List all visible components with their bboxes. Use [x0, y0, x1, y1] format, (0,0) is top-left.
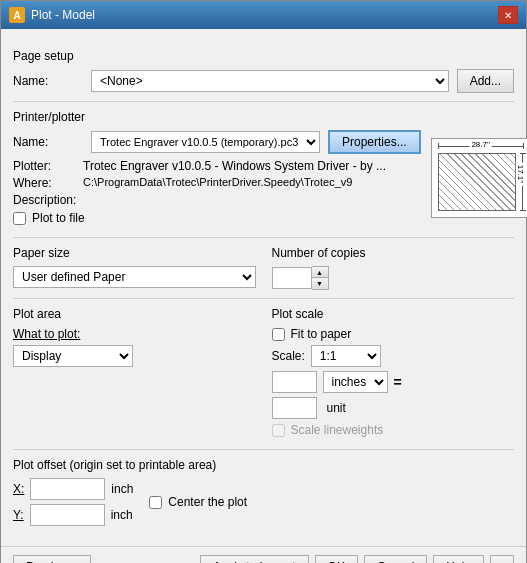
hatch-area: [438, 153, 516, 211]
close-button[interactable]: ✕: [498, 6, 518, 24]
fit-to-paper-row: Fit to paper: [272, 327, 515, 341]
paper-size-label: Paper size: [13, 246, 256, 260]
offset-xy: X: 0.000000 inch Y: 0.000000 inch: [13, 478, 133, 526]
paper-preview-container: 28.7'' 17.1'': [431, 134, 527, 218]
center-plot-row: Center the plot: [149, 495, 247, 509]
title-bar-left: A Plot - Model: [9, 7, 95, 23]
main-window: A Plot - Model ✕ Page setup Name: <None>…: [0, 0, 527, 563]
page-setup-label: Page setup: [13, 49, 514, 63]
scale-value1-input[interactable]: 1: [272, 371, 317, 393]
plot-scale-label: Plot scale: [272, 307, 515, 321]
paper-size-select[interactable]: User defined Paper: [13, 266, 256, 288]
plot-area-label: Plot area: [13, 307, 256, 321]
plot-to-file-label: Plot to file: [32, 211, 85, 225]
scale-values-row: 1 inches mm =: [272, 371, 515, 393]
page-setup-name-row: Name: <None> Add...: [13, 69, 514, 93]
dim-h-label: 28.7'': [469, 140, 492, 149]
plot-offset-section: Plot offset (origin set to printable are…: [13, 458, 514, 526]
x-label: X:: [13, 482, 24, 496]
plot-offset-row: X: 0.000000 inch Y: 0.000000 inch Center…: [13, 478, 514, 526]
description-row: Description:: [13, 193, 421, 207]
paper-hatch: [438, 153, 516, 211]
paper-copies-row: Paper size User defined Paper Number of …: [13, 246, 514, 290]
y-label: Y:: [13, 508, 24, 522]
fit-to-paper-label: Fit to paper: [291, 327, 352, 341]
scale-select[interactable]: 1:1: [311, 345, 381, 367]
page-setup-name-select[interactable]: <None>: [91, 70, 449, 92]
paper-preview: 28.7'' 17.1'': [431, 138, 527, 218]
printer-section: Name: Trotec Engraver v10.0.5 (temporary…: [13, 130, 514, 229]
plot-to-file-row: Plot to file: [13, 211, 421, 225]
printer-name-row: Name: Trotec Engraver v10.0.5 (temporary…: [13, 130, 421, 154]
scale-label: Scale:: [272, 349, 305, 363]
copies-spin-up[interactable]: ▲: [312, 267, 328, 278]
scale-row: Scale: 1:1: [272, 345, 515, 367]
window-title: Plot - Model: [31, 8, 95, 22]
dim-v-label: 17.1'': [516, 163, 525, 186]
x-row: X: 0.000000 inch: [13, 478, 133, 500]
copies-label: Number of copies: [272, 246, 515, 260]
plotter-row: Plotter: Trotec Engraver v10.0.5 - Windo…: [13, 159, 421, 173]
arrow-button[interactable]: ▶: [490, 555, 514, 563]
copies-spin-down[interactable]: ▼: [312, 278, 328, 289]
y-unit: inch: [111, 508, 133, 522]
scale-lineweights-row: Scale lineweights: [272, 423, 515, 437]
scale-unit-row: 1 unit: [272, 397, 515, 419]
plot-to-file-checkbox[interactable]: [13, 212, 26, 225]
plotter-label: Plotter:: [13, 159, 83, 173]
copies-col: Number of copies 1 ▲ ▼: [272, 246, 515, 290]
description-label: Description:: [13, 193, 83, 207]
where-label: Where:: [13, 176, 83, 190]
printer-info: Name: Trotec Engraver v10.0.5 (temporary…: [13, 130, 421, 229]
ok-button[interactable]: OK: [315, 555, 358, 563]
y-row: Y: 0.000000 inch: [13, 504, 133, 526]
title-bar: A Plot - Model ✕: [1, 1, 526, 29]
fit-to-paper-checkbox[interactable]: [272, 328, 285, 341]
printer-name-select[interactable]: Trotec Engraver v10.0.5 (temporary).pc3: [91, 131, 320, 153]
center-plot-label: Center the plot: [168, 495, 247, 509]
plot-area-col: Plot area What to plot: Display: [13, 307, 256, 441]
center-plot-checkbox[interactable]: [149, 496, 162, 509]
scale-unit-select[interactable]: inches mm: [323, 371, 388, 393]
apply-button[interactable]: Apply to Layout: [200, 555, 309, 563]
app-icon: A: [9, 7, 25, 23]
help-button[interactable]: Help: [433, 555, 484, 563]
paper-size-col: Paper size User defined Paper: [13, 246, 256, 290]
printer-name-label: Name:: [13, 135, 83, 149]
scale-lineweights-checkbox[interactable]: [272, 424, 285, 437]
what-to-plot-row: What to plot:: [13, 327, 256, 341]
scale-value2-input[interactable]: 1: [272, 397, 317, 419]
copies-input[interactable]: 1: [272, 267, 312, 289]
cancel-button[interactable]: Cancel: [364, 555, 427, 563]
where-row: Where: C:\ProgramData\Trotec\PrinterDriv…: [13, 176, 421, 190]
title-controls: ✕: [498, 6, 518, 24]
dialog-content: Page setup Name: <None> Add... Printer/p…: [1, 29, 526, 538]
preview-button[interactable]: Preview...: [13, 555, 91, 563]
what-to-plot-label: What to plot:: [13, 327, 80, 341]
x-input[interactable]: 0.000000: [30, 478, 105, 500]
plot-scale-col: Plot scale Fit to paper Scale: 1:1 1 inc…: [272, 307, 515, 441]
scale-unit2-label: unit: [327, 401, 346, 415]
plot-offset-label: Plot offset (origin set to printable are…: [13, 458, 514, 472]
footer-right: Apply to Layout OK Cancel Help ▶: [200, 555, 514, 563]
properties-button[interactable]: Properties...: [328, 130, 421, 154]
what-to-plot-select[interactable]: Display: [13, 345, 133, 367]
plotter-value: Trotec Engraver v10.0.5 - Windows System…: [83, 159, 386, 173]
copies-spin-buttons: ▲ ▼: [312, 266, 329, 290]
add-button[interactable]: Add...: [457, 69, 514, 93]
where-value: C:\ProgramData\Trotec\PrinterDriver.Spee…: [83, 176, 352, 188]
page-setup-name-label: Name:: [13, 74, 83, 88]
area-scale-row: Plot area What to plot: Display Plot sca…: [13, 307, 514, 441]
equals-sign: =: [394, 374, 402, 390]
y-input[interactable]: 0.000000: [30, 504, 105, 526]
x-unit: inch: [111, 482, 133, 496]
printer-plotter-label: Printer/plotter: [13, 110, 514, 124]
copies-spinbox: 1 ▲ ▼: [272, 266, 515, 290]
footer-bar: Preview... Apply to Layout OK Cancel Hel…: [1, 546, 526, 563]
scale-lineweights-label: Scale lineweights: [291, 423, 384, 437]
